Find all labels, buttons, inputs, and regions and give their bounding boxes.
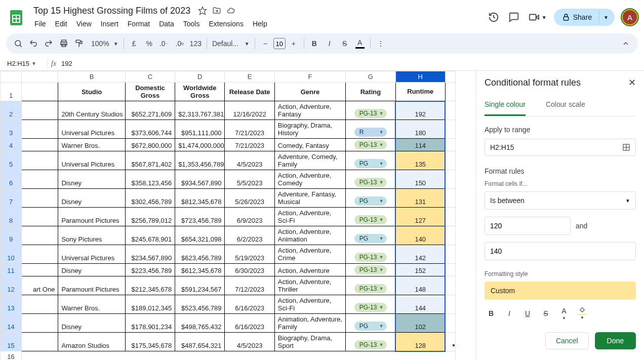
bold-button[interactable]: B — [307, 36, 321, 51]
cell[interactable] — [22, 170, 58, 189]
row-header[interactable]: 1 — [1, 83, 22, 101]
cell-date[interactable]: 6/16/2023 — [225, 314, 274, 333]
menu-data[interactable]: Data — [155, 18, 178, 30]
row-header[interactable]: 14 — [1, 314, 22, 333]
cell[interactable] — [22, 295, 58, 314]
rating-chip[interactable]: PG-13▼ — [354, 178, 387, 187]
cell-genre[interactable]: Action, Adventure — [274, 264, 345, 276]
cell[interactable] — [445, 189, 455, 208]
cell-domestic[interactable]: $223,456,789 — [125, 264, 175, 276]
cell-genre[interactable]: Action, Adventure, Crime — [274, 245, 345, 264]
cell-worldwide[interactable]: $1,474,000,000 — [175, 139, 225, 151]
cell-worldwide[interactable]: $591,234,567 — [175, 276, 225, 295]
undo-button[interactable] — [26, 36, 41, 51]
cell-date[interactable]: 7/12/2023 — [225, 276, 274, 295]
cell-domestic[interactable]: $178,901,234 — [125, 314, 175, 333]
cell-runtime[interactable]: 102 — [395, 314, 445, 333]
font-size-increase[interactable]: + — [287, 36, 301, 51]
cell-genre[interactable]: Action, Adventure, Fantasy — [274, 101, 345, 120]
document-title[interactable]: Top 15 Highest Grossing Films of 2023 — [30, 5, 193, 17]
cell-runtime[interactable]: 192 — [395, 101, 445, 120]
cell[interactable] — [445, 264, 455, 276]
cell-genre[interactable]: Action, Adventure, Sci-Fi — [274, 295, 345, 314]
cell[interactable] — [445, 170, 455, 189]
star-icon[interactable] — [197, 6, 208, 16]
account-avatar[interactable]: A — [622, 9, 638, 25]
header-runtime[interactable]: Runtime — [395, 83, 445, 101]
percent-button[interactable]: % — [142, 36, 156, 51]
underline-button[interactable]: U — [521, 307, 534, 320]
cell-rating[interactable]: PG-13▼ — [346, 170, 395, 189]
rating-chip[interactable]: PG-13▼ — [354, 140, 387, 149]
cell-studio[interactable]: Universal Pictures — [58, 245, 125, 264]
row-header[interactable]: 6 — [1, 170, 22, 189]
style-preview[interactable]: Custom — [485, 282, 636, 300]
cell-genre[interactable]: Biography, Drama, Sport — [274, 333, 345, 351]
cell-studio[interactable]: Warner Bros. — [58, 139, 125, 151]
cell-studio[interactable]: Disney — [58, 264, 125, 276]
col-header-b[interactable]: B — [58, 71, 125, 83]
cell-runtime[interactable]: 150 — [395, 170, 445, 189]
cell-date[interactable]: 6/30/2023 — [225, 264, 274, 276]
header-release[interactable]: Release Date — [225, 83, 274, 101]
selection-handle[interactable] — [452, 344, 455, 347]
cloud-status-icon[interactable] — [226, 6, 236, 16]
name-box[interactable]: H2:H15 ▼ — [4, 60, 45, 67]
cell[interactable] — [445, 101, 455, 120]
cell-rating[interactable]: PG-13▼ — [346, 208, 395, 226]
italic-button[interactable]: I — [503, 307, 516, 320]
condition-select[interactable]: Is between ▼ — [485, 191, 636, 210]
header-studio[interactable]: Studio — [58, 83, 125, 101]
cell-studio[interactable]: Paramount Pictures — [58, 208, 125, 226]
decrease-decimal-button[interactable]: .0← — [157, 36, 172, 51]
cell[interactable] — [22, 101, 58, 120]
cell-genre[interactable]: Biography, Drama, History — [274, 120, 345, 139]
print-button[interactable] — [57, 36, 71, 51]
tab-single-colour[interactable]: Single colour — [485, 97, 526, 116]
comment-icon[interactable] — [507, 11, 520, 24]
rating-chip[interactable]: PG▼ — [354, 234, 387, 243]
col-header-c[interactable]: C — [125, 71, 175, 83]
cell[interactable] — [22, 189, 58, 208]
cell-domestic[interactable]: $175,345,678 — [125, 333, 175, 351]
cell-rating[interactable]: PG▼ — [346, 151, 395, 170]
rating-chip[interactable]: PG▼ — [354, 322, 387, 331]
cell-worldwide[interactable]: $654,321,098 — [175, 226, 225, 245]
cell-worldwide[interactable]: $623,456,789 — [175, 245, 225, 264]
strikethrough-button[interactable]: S — [539, 307, 552, 320]
cell-runtime[interactable]: 148 — [395, 276, 445, 295]
rating-chip[interactable]: R▼ — [354, 128, 387, 137]
increase-decimal-button[interactable]: .00 — [173, 36, 187, 51]
font-size-input[interactable] — [273, 38, 286, 49]
cell-runtime[interactable]: 140 — [395, 226, 445, 245]
value-max-input[interactable] — [485, 242, 636, 260]
cell-domestic[interactable]: $358,123,456 — [125, 170, 175, 189]
cell[interactable] — [22, 264, 58, 276]
cell-date[interactable]: 5/26/2023 — [225, 189, 274, 208]
cell-genre[interactable]: Adventure, Fantasy, Musical — [274, 189, 345, 208]
cell-rating[interactable]: PG-13▼ — [346, 333, 395, 351]
cell[interactable] — [445, 208, 455, 226]
col-header-e[interactable]: E — [225, 71, 274, 83]
row-header[interactable]: 7 — [1, 189, 22, 208]
cell-domestic[interactable]: $302,456,789 — [125, 189, 175, 208]
cell-studio[interactable]: Universal Pictures — [58, 151, 125, 170]
row-header[interactable]: 12 — [1, 276, 22, 295]
header-rating[interactable]: Rating — [346, 83, 395, 101]
cell-studio[interactable]: Warner Bros. — [58, 295, 125, 314]
cell-rating[interactable]: PG-13▼ — [346, 101, 395, 120]
cell-worldwide[interactable]: $812,345,678 — [175, 189, 225, 208]
cell-rating[interactable]: R▼ — [346, 120, 395, 139]
row-header[interactable]: 3 — [1, 120, 22, 139]
cell[interactable] — [445, 245, 455, 264]
cell[interactable] — [22, 314, 58, 333]
cell-rating[interactable]: PG▼ — [346, 189, 395, 208]
cell-runtime[interactable]: 144 — [395, 295, 445, 314]
cell[interactable] — [22, 333, 58, 351]
zoom-select[interactable]: 100% ▼ — [87, 36, 120, 51]
rating-chip[interactable]: PG-13▼ — [354, 284, 387, 293]
cell-studio[interactable]: Disney — [58, 189, 125, 208]
cell-date[interactable]: 12/16/2022 — [225, 101, 274, 120]
cell-domestic[interactable]: $245,678,901 — [125, 226, 175, 245]
cell-worldwide[interactable]: $723,456,789 — [175, 208, 225, 226]
